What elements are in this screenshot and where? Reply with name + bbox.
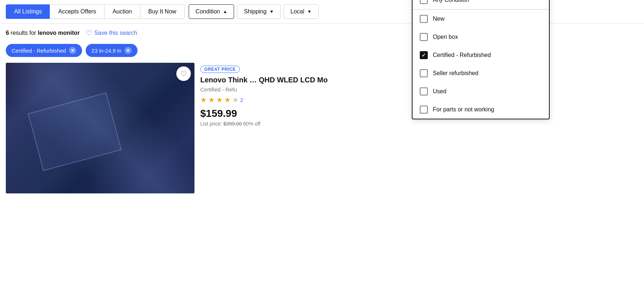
shipping-dropdown-button[interactable]: Shipping ▼	[237, 4, 280, 19]
for-parts-label: For parts or not working	[433, 106, 494, 113]
tag-label: 23 in-24.9 in	[91, 48, 122, 54]
wishlist-button[interactable]: ♡	[176, 66, 191, 81]
listing-area: ♡ GREAT PRICE Lenovo Think … QHD WLED LC…	[0, 63, 644, 193]
product-image	[6, 63, 194, 193]
new-label: New	[433, 16, 444, 22]
condition-option-for-parts[interactable]: For parts or not working	[413, 101, 549, 119]
condition-dropdown-button[interactable]: Condition ▲	[189, 4, 234, 19]
used-checkbox[interactable]	[420, 87, 428, 95]
local-dropdown-button[interactable]: Local ▼	[284, 4, 319, 19]
listing-type-filters: All Listings Accepts Offers Auction Buy …	[6, 4, 184, 19]
chevron-up-icon: ▲	[223, 9, 227, 14]
condition-option-any[interactable]: Any Condition	[413, 0, 549, 9]
remove-tag-icon-2[interactable]: ✕	[124, 47, 132, 54]
product-image-container: ♡	[6, 63, 194, 193]
star-1-icon: ★	[200, 95, 207, 104]
open-box-label: Open box	[433, 34, 458, 40]
remove-tag-icon[interactable]: ✕	[69, 47, 76, 54]
used-label: Used	[433, 88, 446, 95]
all-listings-button[interactable]: All Listings	[6, 4, 50, 19]
star-3-icon: ★	[216, 95, 223, 104]
star-empty-icon: ★	[232, 95, 239, 104]
condition-option-used[interactable]: Used	[413, 82, 549, 101]
results-count: 6 results for lenovo monitor	[6, 30, 80, 36]
certified-label: Certified - Refurbished	[433, 52, 491, 58]
any-condition-checkbox[interactable]	[420, 0, 428, 4]
chevron-down-icon-2: ▼	[307, 9, 312, 14]
star-half-icon: ★	[224, 95, 231, 104]
seller-refurbished-label: Seller refurbished	[433, 70, 478, 77]
great-price-badge: GREAT PRICE	[200, 66, 240, 73]
auction-button[interactable]: Auction	[104, 4, 140, 19]
save-search-link[interactable]: ♡ Save this search	[86, 29, 137, 37]
for-parts-checkbox[interactable]	[420, 106, 428, 114]
star-2-icon: ★	[208, 95, 215, 104]
condition-option-new[interactable]: New	[413, 10, 549, 28]
heart-outline-icon: ♡	[180, 69, 187, 78]
certified-checkbox[interactable]	[420, 51, 428, 59]
any-condition-label: Any Condition	[433, 0, 469, 3]
condition-option-seller-refurbished[interactable]: Seller refurbished	[413, 64, 549, 82]
condition-option-certified[interactable]: Certified - Refurbished	[413, 46, 549, 64]
list-price-amount: $399.00	[223, 121, 242, 127]
condition-option-open-box[interactable]: Open box	[413, 28, 549, 46]
new-checkbox[interactable]	[420, 15, 428, 23]
product-title-suffix: …	[250, 76, 259, 84]
condition-dropdown: Any Condition New Open box Certified - R…	[412, 0, 550, 119]
shipping-label: Shipping	[244, 8, 266, 15]
tag-label: Certified - Refurbished	[12, 48, 66, 54]
condition-label: Condition	[196, 8, 220, 15]
accepts-offers-button[interactable]: Accepts Offers	[50, 4, 104, 19]
local-label: Local	[291, 8, 304, 15]
discount-text: 60% off	[243, 121, 260, 127]
heart-icon: ♡	[86, 29, 92, 37]
chevron-down-icon: ▼	[270, 9, 274, 14]
certified-refurbished-tag[interactable]: Certified - Refurbished ✕	[6, 44, 82, 57]
open-box-checkbox[interactable]	[420, 33, 428, 41]
list-price: List price: $399.00 60% off	[200, 121, 638, 127]
buy-it-now-button[interactable]: Buy It Now	[140, 4, 185, 19]
size-range-tag[interactable]: 23 in-24.9 in ✕	[86, 44, 138, 57]
seller-refurbished-checkbox[interactable]	[420, 69, 428, 77]
review-count-link[interactable]: 2	[240, 97, 243, 103]
